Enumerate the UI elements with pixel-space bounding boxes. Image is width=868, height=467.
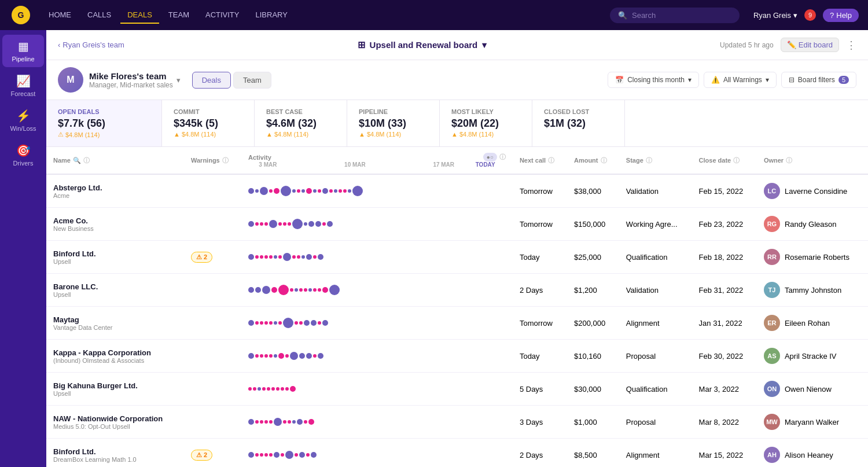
activity-dot xyxy=(327,221,333,227)
board-title[interactable]: ⊞ Upsell and Renewal board ▾ xyxy=(358,39,487,50)
nav-home[interactable]: HOME xyxy=(42,7,78,24)
deal-next-call-cell: 2 Days xyxy=(513,439,567,468)
activity-dot xyxy=(301,255,305,259)
table-row[interactable]: Kappa - Kappa Corporation (Inbound) Olms… xyxy=(46,340,868,373)
chevron-left-icon: ‹ xyxy=(58,41,60,49)
notification-badge[interactable]: 9 xyxy=(804,9,816,21)
activity-dot xyxy=(248,320,254,326)
activity-dot xyxy=(288,222,291,226)
search-bar[interactable]: 🔍 xyxy=(610,8,740,23)
up-icon: ▲ xyxy=(359,131,365,138)
owner-name: Owen Nienow xyxy=(785,385,832,394)
closing-month-filter[interactable]: 📅 Closing this month ▾ xyxy=(608,72,699,88)
tab-team[interactable]: Team xyxy=(233,72,271,89)
activity-dot xyxy=(318,353,323,359)
nav-activity[interactable]: ACTIVITY xyxy=(198,7,247,24)
nav-calls[interactable]: CALLS xyxy=(80,7,118,24)
table-row[interactable]: Binford Ltd. DreamBox Learning Math 1.0 … xyxy=(46,439,868,468)
activity-dot xyxy=(278,222,282,226)
table-row[interactable]: Binford Ltd. Upsell ⚠ 2 Today $25,000 Qu… xyxy=(46,241,868,274)
activity-dot xyxy=(248,452,254,458)
activity-dot xyxy=(315,221,321,227)
activity-dot xyxy=(311,452,317,458)
table-row[interactable]: Barone LLC. Upsell 2 Days $1,200 Validat… xyxy=(46,274,868,307)
edit-board-button[interactable]: ✏️ Edit board xyxy=(781,38,839,52)
team-dropdown-icon[interactable]: ▾ xyxy=(176,76,181,84)
deal-owner-cell: AS April Stracke IV xyxy=(757,340,868,373)
nav-library[interactable]: LIBRARY xyxy=(248,7,294,24)
deal-amount-cell: $10,160 xyxy=(567,340,619,373)
board-filters-button[interactable]: ⊟ Board filters 5 xyxy=(781,72,856,88)
activity-dot xyxy=(264,222,268,226)
help-button[interactable]: ? Help xyxy=(823,9,859,22)
activity-dot xyxy=(297,419,303,425)
activity-dot xyxy=(299,321,303,325)
activity-dots xyxy=(248,377,506,400)
deal-activity-cell xyxy=(241,439,513,468)
deal-name-cell: Barone LLC. Upsell xyxy=(46,274,184,307)
sidebar-item-pipeline[interactable]: ▦ Pipeline xyxy=(2,35,44,67)
deal-next-call-cell: Today xyxy=(513,340,567,373)
search-input[interactable] xyxy=(632,11,731,20)
table-row[interactable]: Big Kahuna Burger Ltd. Upsell 5 Days $30… xyxy=(46,373,868,406)
deal-warnings-cell: ⚠ 2 xyxy=(184,439,241,468)
team-info: Mike Flores's team Manager, Mid-market s… xyxy=(89,71,173,89)
deal-activity-cell xyxy=(241,340,513,373)
chevron-down-icon: ▾ xyxy=(793,11,797,20)
deal-owner-cell: ER Eileen Rohan xyxy=(757,307,868,340)
activity-dot xyxy=(274,188,279,194)
table-row[interactable]: NAW - Nationwide Corporation Medius 5.0:… xyxy=(46,406,868,439)
deal-name: Binford Ltd. xyxy=(53,249,177,258)
gong-logo: G xyxy=(9,3,32,27)
activity-dot xyxy=(308,221,314,227)
more-options-icon[interactable]: ⋮ xyxy=(846,39,856,52)
deal-stage-cell: Validation xyxy=(619,174,692,208)
owner-avatar: AS xyxy=(764,348,780,364)
activity-dot xyxy=(283,253,291,261)
deal-name: Abstergo Ltd. xyxy=(53,183,177,192)
th-owner: Owner ⓘ xyxy=(757,147,868,174)
deal-close-date-cell: Jan 31, 2022 xyxy=(692,307,757,340)
nav-team[interactable]: TEAM xyxy=(161,7,196,24)
activity-dot xyxy=(271,387,275,391)
warnings-filter[interactable]: ⚠️ All Warnings ▾ xyxy=(704,72,777,88)
owner-avatar: MW xyxy=(764,414,780,430)
activity-dot xyxy=(255,321,259,325)
nav-deals[interactable]: DEALS xyxy=(120,7,159,24)
deal-next-call-cell: Today xyxy=(513,241,567,274)
info-icon: ⓘ xyxy=(83,156,90,165)
deal-stage-cell: Alignment xyxy=(619,439,692,468)
warning-badge: ⚠ 2 xyxy=(191,450,212,461)
table-row[interactable]: Maytag Vantage Data Center Tomorrow $200… xyxy=(46,307,868,340)
table-row[interactable]: Abstergo Ltd. Acme Tomorrow $38,000 Vali… xyxy=(46,174,868,208)
table-row[interactable]: Acme Co. New Business Tomorrow $150,000 … xyxy=(46,208,868,241)
breadcrumb-back[interactable]: ‹ Ryan Greis's team xyxy=(58,41,124,49)
activity-dot xyxy=(269,255,273,259)
activity-dot xyxy=(304,288,307,292)
sidebar-item-winloss[interactable]: ⚡ Win/Loss xyxy=(2,104,44,137)
activity-dots xyxy=(248,278,506,301)
deal-company: Upsell xyxy=(53,390,177,397)
activity-dot xyxy=(290,288,293,292)
deal-owner-cell: ON Owen Nienow xyxy=(757,373,868,406)
user-menu[interactable]: Ryan Greis ▾ xyxy=(753,11,797,20)
sidebar-item-forecast[interactable]: 📈 Forecast xyxy=(2,69,44,102)
activity-dot xyxy=(292,189,296,193)
top-nav: G HOME CALLS DEALS TEAM ACTIVITY LIBRARY… xyxy=(0,0,868,30)
search-icon[interactable]: 🔍 xyxy=(73,157,81,164)
tab-deals[interactable]: Deals xyxy=(192,72,231,89)
deal-amount-cell: $200,000 xyxy=(567,307,619,340)
deal-activity-cell xyxy=(241,274,513,307)
toggle-icon[interactable]: ●○ xyxy=(483,153,497,161)
activity-dot xyxy=(253,387,256,391)
summary-open-deals: Open deals $7.7k (56) ⚠ $4.8M (114) xyxy=(46,100,162,146)
activity-dot xyxy=(292,420,296,424)
activity-dots xyxy=(248,344,506,367)
activity-dots xyxy=(248,443,506,466)
sidebar-item-drivers[interactable]: 🎯 Drivers xyxy=(2,139,44,171)
deal-warnings-cell xyxy=(184,208,241,241)
deal-name: Big Kahuna Burger Ltd. xyxy=(53,381,177,390)
activity-dot xyxy=(248,287,254,293)
deal-company: Upsell xyxy=(53,291,177,298)
deal-next-call-cell: 3 Days xyxy=(513,406,567,439)
